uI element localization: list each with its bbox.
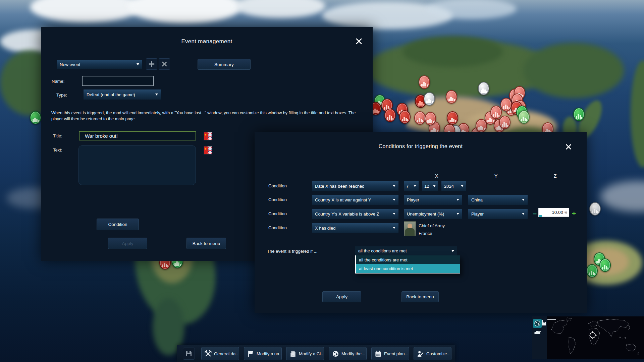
skyline-icon xyxy=(503,104,509,109)
trigger-mode-dropdown[interactable]: all the conditions are met xyxy=(355,246,457,255)
back-to-menu-button[interactable]: Back to menu xyxy=(186,238,226,249)
toolbar-modify-city-button[interactable]: Modify a Ci.. xyxy=(286,347,324,360)
condition-type-dropdown[interactable]: Country Y's X variable is above Z xyxy=(312,209,398,219)
city-marker[interactable] xyxy=(424,92,435,106)
increase-value-button[interactable]: + xyxy=(572,210,576,217)
map-landmass xyxy=(631,60,644,168)
city-marker[interactable] xyxy=(500,98,512,111)
apply-button[interactable]: Apply xyxy=(322,291,361,302)
city-marker[interactable] xyxy=(30,111,41,124)
city-marker[interactable] xyxy=(419,75,430,89)
name-input[interactable] xyxy=(82,76,154,86)
chevron-down-icon xyxy=(137,63,139,65)
language-flag-icon[interactable] xyxy=(204,146,212,155)
condition-type-dropdown[interactable]: Country X is at war against Y xyxy=(312,195,398,205)
title-label: Title: xyxy=(53,133,62,138)
z-value: 10.00 xyxy=(552,210,563,215)
factory-icon[interactable] xyxy=(541,319,547,327)
skyline-icon xyxy=(33,117,39,122)
map-landmass xyxy=(402,36,503,67)
skyline-icon xyxy=(421,82,428,86)
city-marker[interactable] xyxy=(586,264,598,278)
flag-icon xyxy=(247,350,254,357)
condition-y-dropdown[interactable]: China xyxy=(468,195,528,205)
city-marker[interactable] xyxy=(573,108,585,121)
person-title: Chief of Army xyxy=(419,223,445,228)
tank-icon[interactable] xyxy=(534,329,542,336)
close-icon[interactable] xyxy=(565,143,573,152)
minimap-continents xyxy=(547,316,644,359)
skyline-icon xyxy=(162,262,168,267)
chevron-down-icon xyxy=(155,94,158,96)
condition-x-dropdown[interactable]: Unemployment (%) xyxy=(404,209,462,219)
person-edit-icon xyxy=(417,350,424,357)
condition-button[interactable]: Condition xyxy=(97,219,139,230)
column-header-x: X xyxy=(435,173,438,179)
delete-event-button[interactable] xyxy=(159,58,170,70)
condition-row-label: Condition xyxy=(268,225,287,230)
city-marker[interactable] xyxy=(425,112,436,125)
trigger-option[interactable]: all the conditions are met xyxy=(356,255,460,264)
add-event-button[interactable] xyxy=(146,58,157,70)
toolbar-customize-button[interactable]: Customize... xyxy=(414,347,451,360)
trigger-option-highlighted[interactable]: at least one condition is met xyxy=(356,264,460,273)
close-icon[interactable] xyxy=(355,37,363,46)
year-value: 2024 xyxy=(444,184,454,189)
condition-type-dropdown[interactable]: Date X has been reached xyxy=(312,181,398,191)
back-to-menu-button[interactable]: Back to menu xyxy=(401,291,439,302)
month-dropdown[interactable]: 12 xyxy=(422,181,438,191)
event-title-input[interactable] xyxy=(79,131,196,140)
skyline-icon xyxy=(493,112,499,117)
event-selector-dropdown[interactable]: New event xyxy=(57,60,142,69)
event-type-description: When this event is triggered, the mod wi… xyxy=(51,110,357,122)
city-marker[interactable] xyxy=(490,106,502,119)
city-marker[interactable] xyxy=(447,111,458,125)
event-selector-value: New event xyxy=(60,62,80,67)
skyline-icon xyxy=(418,101,424,106)
decrease-value-button[interactable]: − xyxy=(533,210,537,217)
minimap-globe-button[interactable] xyxy=(533,319,542,328)
toolbar-modify-nation-button[interactable]: Modify a na.. xyxy=(244,347,282,360)
chevron-down-icon xyxy=(457,213,459,215)
minimap-world[interactable] xyxy=(547,316,644,359)
year-dropdown[interactable]: 2024 xyxy=(441,181,466,191)
city-marker[interactable] xyxy=(384,109,396,122)
city-marker[interactable] xyxy=(589,202,601,216)
globe-icon xyxy=(332,350,339,357)
condition-value: X has died xyxy=(315,226,335,231)
type-value: Defeat (end of the game) xyxy=(87,92,135,97)
city-marker[interactable] xyxy=(399,110,411,124)
summary-button[interactable]: Summary xyxy=(198,59,251,70)
x-icon xyxy=(162,61,167,67)
condition-x-dropdown[interactable]: Player xyxy=(404,195,462,205)
condition-row-label: Condition xyxy=(268,197,287,202)
type-dropdown[interactable]: Defeat (end of the game) xyxy=(84,89,161,100)
condition-y-dropdown[interactable]: Player xyxy=(468,209,528,219)
bottom-toolbar: General da.. Modify a na.. Modify xyxy=(177,345,455,362)
city-marker[interactable] xyxy=(599,258,611,272)
city-marker[interactable] xyxy=(499,116,511,129)
z-value-input[interactable]: 10.00 % xyxy=(538,208,569,217)
skyline-icon xyxy=(502,122,508,127)
city-marker[interactable] xyxy=(478,82,489,95)
day-dropdown[interactable]: 7 xyxy=(404,181,419,191)
condition-type-dropdown[interactable]: X has died xyxy=(312,223,398,233)
condition-value: Date X has been reached xyxy=(315,184,364,189)
skyline-icon xyxy=(387,115,393,120)
toolbar-general-data-button[interactable]: General da.. xyxy=(201,347,239,360)
toolbar-event-planning-button[interactable]: Event plan... xyxy=(371,347,409,360)
person-portrait[interactable] xyxy=(404,221,416,236)
dialog-title: Conditions for triggering the event xyxy=(255,143,587,149)
toolbar-modify-world-button[interactable]: Modify the... xyxy=(329,347,367,360)
map-cloud xyxy=(600,181,644,212)
building-icon xyxy=(289,350,297,357)
globe-icon xyxy=(534,320,541,327)
apply-button[interactable]: Apply xyxy=(108,238,147,249)
save-button[interactable] xyxy=(183,348,195,360)
city-marker[interactable] xyxy=(446,90,457,104)
city-marker[interactable] xyxy=(414,111,426,125)
event-text-area[interactable] xyxy=(78,145,196,185)
city-marker[interactable] xyxy=(518,110,530,124)
chevron-down-icon xyxy=(522,213,525,215)
language-flag-icon[interactable] xyxy=(204,132,212,140)
